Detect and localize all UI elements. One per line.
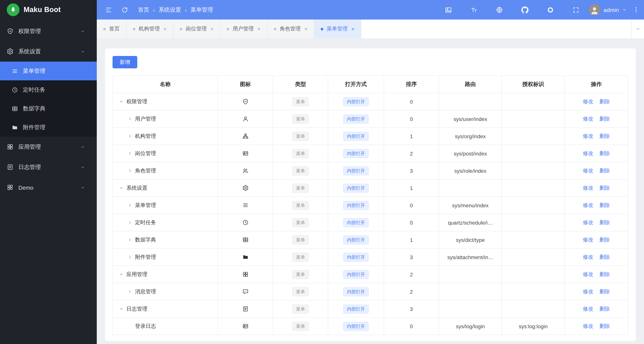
sidebar-item[interactable]: 权限管理 (0, 21, 97, 41)
fullscreen-icon[interactable] (572, 6, 580, 13)
sidebar-item[interactable]: 系统设置 (0, 41, 97, 62)
expand-row-icon[interactable] (128, 116, 132, 121)
menu-name: 用户管理 (135, 115, 156, 122)
delete-link[interactable]: 删除 (599, 98, 610, 104)
edit-link[interactable]: 修改 (583, 219, 593, 225)
close-tab-icon[interactable]: × (304, 26, 307, 32)
tab[interactable]: 菜单管理× (314, 20, 361, 38)
breadcrumb-item[interactable]: 系统设置 (159, 6, 181, 13)
edit-link[interactable]: 修改 (583, 167, 593, 173)
type-tag: 菜单 (292, 132, 309, 141)
tab[interactable]: 岗位管理× (173, 20, 220, 38)
open-type-cell: 内部打开 (328, 300, 384, 317)
expand-row-icon[interactable] (128, 255, 132, 259)
expand-row-icon[interactable] (128, 168, 132, 173)
edit-link[interactable]: 修改 (583, 98, 593, 104)
sidebar-subitem[interactable]: 菜单管理 (0, 62, 97, 80)
delete-link[interactable]: 删除 (599, 254, 610, 260)
delete-link[interactable]: 删除 (599, 219, 610, 225)
operations-cell: 修改删除 (565, 266, 628, 283)
add-button[interactable]: 新增 (112, 56, 137, 68)
open-type-tag: 内部打开 (343, 166, 369, 175)
delete-link[interactable]: 删除 (599, 150, 610, 156)
expand-row-icon[interactable] (128, 134, 132, 139)
delete-link[interactable]: 删除 (599, 288, 610, 294)
collapse-sidebar-button[interactable] (105, 6, 112, 13)
type-tag: 菜单 (292, 235, 309, 244)
delete-link[interactable]: 删除 (599, 133, 610, 139)
edit-link[interactable]: 修改 (583, 305, 593, 311)
expand-row-icon[interactable] (128, 203, 132, 208)
menu-icon-cell (218, 214, 273, 231)
close-tab-icon[interactable]: × (258, 26, 260, 32)
menu-icon-cell (218, 248, 273, 266)
collapse-row-icon[interactable] (119, 306, 124, 311)
sidebar-item[interactable]: 日志管理 (0, 157, 97, 177)
collapse-row-icon[interactable] (119, 186, 124, 190)
globe-icon[interactable] (496, 6, 503, 13)
type-tag: 菜单 (292, 97, 309, 106)
refresh-button[interactable] (121, 6, 128, 13)
expand-row-icon[interactable] (128, 289, 132, 294)
breadcrumb-item[interactable]: 菜单管理 (190, 6, 213, 13)
menu-name: 登录日志 (135, 323, 156, 329)
github-icon[interactable] (521, 6, 528, 13)
operations-cell: 修改删除 (565, 231, 628, 248)
tab[interactable]: 首页 (97, 20, 126, 38)
menu-name-cell: 定时任务 (113, 214, 218, 231)
shield-icon (7, 28, 14, 35)
edit-link[interactable]: 修改 (583, 133, 593, 139)
delete-link[interactable]: 删除 (599, 167, 610, 173)
edit-link[interactable]: 修改 (583, 288, 593, 294)
close-tab-icon[interactable]: × (352, 26, 354, 32)
collapse-row-icon[interactable] (119, 272, 124, 277)
sidebar-item[interactable]: 应用管理 (0, 137, 97, 157)
delete-link[interactable]: 删除 (599, 236, 610, 242)
edit-link[interactable]: 修改 (583, 271, 593, 277)
image-icon[interactable] (445, 6, 452, 13)
edit-link[interactable]: 修改 (583, 185, 593, 191)
tab[interactable]: 用户管理× (220, 20, 267, 38)
delete-link[interactable]: 删除 (599, 202, 610, 208)
delete-link[interactable]: 删除 (599, 323, 610, 329)
kebab-menu-icon[interactable] (633, 7, 640, 13)
edit-link[interactable]: 修改 (583, 150, 593, 156)
tab[interactable]: 机构管理× (126, 20, 173, 38)
close-tab-icon[interactable]: × (210, 26, 214, 32)
edit-link[interactable]: 修改 (583, 115, 593, 121)
sidebar-item[interactable]: Demo (0, 177, 97, 198)
topbar: 首页›系统设置›菜单管理 admin (97, 0, 644, 20)
sidebar-subitem[interactable]: 定时任务 (0, 80, 97, 99)
edit-link[interactable]: 修改 (583, 254, 593, 260)
tab[interactable]: 角色管理× (267, 20, 314, 38)
open-type-tag: 内部打开 (343, 304, 369, 313)
app-logo[interactable]: Maku Boot (0, 0, 97, 20)
breadcrumb-separator: › (185, 7, 187, 13)
expand-row-icon[interactable] (128, 151, 132, 156)
tab-list-dropdown-button[interactable] (631, 20, 644, 38)
delete-link[interactable]: 删除 (599, 271, 610, 277)
tab-label: 用户管理 (233, 26, 254, 32)
collapse-row-icon[interactable] (119, 99, 124, 104)
expand-row-icon[interactable] (128, 220, 132, 225)
delete-link[interactable]: 删除 (599, 305, 610, 311)
type-cell: 菜单 (273, 317, 328, 335)
sidebar-subitem[interactable]: 附件管理 (0, 118, 97, 137)
close-tab-icon[interactable]: × (164, 26, 166, 32)
theme-icon[interactable] (547, 6, 554, 13)
expand-row-icon[interactable] (128, 237, 132, 242)
delete-link[interactable]: 删除 (599, 115, 610, 121)
open-type-tag: 内部打开 (343, 322, 369, 331)
edit-link[interactable]: 修改 (583, 323, 593, 329)
chevron-down-icon (80, 185, 85, 190)
sidebar-subitem[interactable]: 数据字典 (0, 99, 97, 118)
apps-icon (242, 271, 249, 278)
breadcrumb-item[interactable]: 首页 (138, 6, 149, 13)
delete-link[interactable]: 删除 (599, 185, 610, 191)
edit-link[interactable]: 修改 (583, 202, 593, 208)
user-menu[interactable]: admin (589, 4, 627, 16)
sidebar-item-label: 系统设置 (18, 48, 41, 55)
topbar-actions (445, 6, 580, 13)
font-size-icon[interactable] (470, 6, 478, 13)
edit-link[interactable]: 修改 (583, 236, 593, 242)
